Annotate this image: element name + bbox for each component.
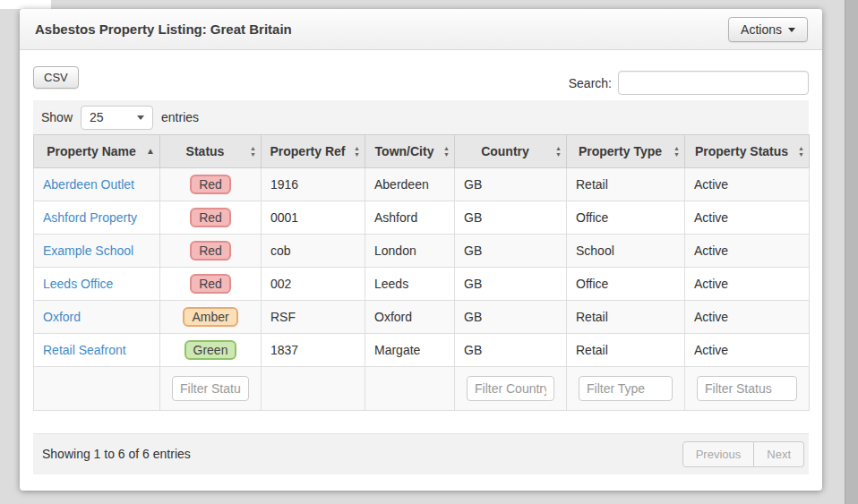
property-name-cell: Oxford <box>34 301 160 334</box>
table-row: Aberdeen Outlet Red 1916 Aberdeen GB Ret… <box>34 168 810 201</box>
filter-type-input[interactable] <box>579 376 673 401</box>
property-link[interactable]: Example School <box>43 243 133 258</box>
column-label: Property Status <box>695 144 788 158</box>
sort-both-icon: ▲▼ <box>555 145 562 158</box>
country-cell: GB <box>455 201 567 235</box>
town-city-cell: Margate <box>365 334 455 367</box>
property-ref-cell: 002 <box>262 268 365 301</box>
property-link[interactable]: Ashford Property <box>43 210 137 225</box>
scrollbar[interactable] <box>845 0 858 504</box>
filter-status-input[interactable] <box>172 376 249 401</box>
property-link[interactable]: Oxford <box>43 310 81 324</box>
column-header-country[interactable]: Country ▲▼ <box>455 135 567 168</box>
previous-page-button[interactable]: Previous <box>682 441 755 467</box>
actions-button[interactable]: Actions <box>728 17 808 42</box>
sort-asc-icon: ▲ <box>146 147 155 156</box>
filter-status-cell <box>160 367 262 411</box>
property-link[interactable]: Retail Seafront <box>43 343 126 357</box>
table-row: Ashford Property Red 0001 Ashford GB Off… <box>34 201 810 235</box>
status-badge: Red <box>190 175 231 194</box>
country-cell: GB <box>455 268 567 301</box>
country-cell: GB <box>455 168 567 201</box>
column-header-town-city[interactable]: Town/City ▲▼ <box>365 135 455 168</box>
property-status-cell: Active <box>685 235 810 268</box>
country-cell: GB <box>455 301 567 334</box>
column-header-property-ref[interactable]: Property Ref ▲▼ <box>262 135 365 168</box>
page-top-strip <box>0 0 51 9</box>
panel-body: CSV Search: Show 25 entries Property Nam <box>33 51 809 491</box>
status-cell: Red <box>160 235 262 268</box>
sort-both-icon: ▲▼ <box>798 145 804 158</box>
filter-property-status-cell <box>685 367 810 411</box>
actions-button-label: Actions <box>741 22 782 37</box>
table-row: Leeds Office Red 002 Leeds GB Office Act… <box>34 268 810 301</box>
column-label: Property Type <box>579 144 662 158</box>
status-cell: Red <box>160 201 262 235</box>
table-row: Oxford Amber RSF Oxford GB Retail Active <box>34 301 810 334</box>
filter-empty-cell <box>34 367 160 411</box>
entries-label: entries <box>161 110 199 124</box>
status-badge: Amber <box>183 307 237 327</box>
property-name-cell: Example School <box>34 235 160 268</box>
country-cell: GB <box>455 334 567 367</box>
property-name-cell: Retail Seafront <box>34 334 160 367</box>
column-label: Country <box>481 144 529 158</box>
town-city-cell: Leeds <box>365 268 455 301</box>
property-type-cell: School <box>567 235 685 268</box>
filter-type-cell <box>567 367 685 411</box>
showing-entries-text: Showing 1 to 6 of 6 entries <box>42 447 191 461</box>
search-input[interactable] <box>618 71 809 95</box>
table-row: Example School Red cob London GB School … <box>34 235 810 268</box>
town-city-cell: Ashford <box>365 201 455 235</box>
csv-export-button[interactable]: CSV <box>33 66 79 89</box>
next-page-button[interactable]: Next <box>754 441 804 467</box>
property-link[interactable]: Leeds Office <box>43 277 113 291</box>
search-label: Search: <box>569 76 612 90</box>
csv-button-label: CSV <box>44 71 68 84</box>
column-header-property-name[interactable]: Property Name ▲ <box>34 135 160 168</box>
column-header-property-status[interactable]: Property Status ▲▼ <box>685 135 810 168</box>
property-ref-cell: cob <box>262 235 365 268</box>
property-type-cell: Office <box>567 201 685 235</box>
town-city-cell: Aberdeen <box>365 168 455 201</box>
status-cell: Amber <box>160 301 262 334</box>
property-ref-cell: 1837 <box>262 334 365 367</box>
property-type-cell: Retail <box>567 168 685 201</box>
status-badge: Red <box>190 274 231 294</box>
filter-property-status-input[interactable] <box>697 376 797 401</box>
filter-country-input[interactable] <box>467 376 554 401</box>
table-footer: Showing 1 to 6 of 6 entries Previous Nex… <box>33 433 809 474</box>
property-name-cell: Aberdeen Outlet <box>34 168 160 201</box>
column-label: Town/City <box>375 144 434 158</box>
page-length-value: 25 <box>90 110 104 124</box>
column-header-status[interactable]: Status ▲▼ <box>160 135 262 168</box>
panel-header: Asbestos Property Listing: Great Britain… <box>20 9 822 50</box>
select-caret-icon <box>137 115 144 120</box>
page-length-bar: Show 25 entries <box>33 100 809 134</box>
status-cell: Red <box>160 168 262 201</box>
property-name-cell: Leeds Office <box>34 268 160 301</box>
search-area: Search: <box>569 71 809 95</box>
property-status-cell: Active <box>685 268 810 301</box>
page-length-select[interactable]: 25 <box>81 106 153 130</box>
column-header-property-type[interactable]: Property Type ▲▼ <box>567 135 685 168</box>
status-cell: Green <box>160 334 262 367</box>
filter-row <box>34 367 810 411</box>
column-label: Property Name <box>47 144 136 158</box>
page-title: Asbestos Property Listing: Great Britain <box>35 21 292 37</box>
town-city-cell: London <box>365 235 455 268</box>
column-label: Status <box>186 144 225 158</box>
sort-both-icon: ▲▼ <box>250 145 256 158</box>
property-ref-cell: RSF <box>262 301 365 334</box>
property-name-cell: Ashford Property <box>34 201 160 235</box>
sort-both-icon: ▲▼ <box>674 145 680 158</box>
sort-both-icon: ▲▼ <box>443 145 450 158</box>
properties-table: Property Name ▲ Status ▲▼ Property Ref ▲… <box>33 134 810 411</box>
property-type-cell: Office <box>567 268 685 301</box>
status-badge: Red <box>190 208 231 227</box>
property-ref-cell: 1916 <box>262 168 365 201</box>
sort-both-icon: ▲▼ <box>354 145 360 158</box>
town-city-cell: Oxford <box>365 301 455 334</box>
column-label: Property Ref <box>270 144 345 158</box>
property-link[interactable]: Aberdeen Outlet <box>43 177 134 192</box>
